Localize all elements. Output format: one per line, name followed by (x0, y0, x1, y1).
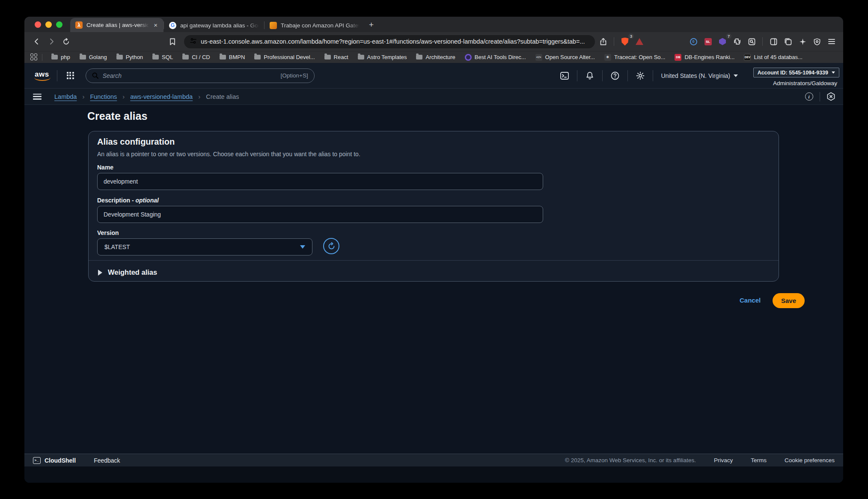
terms-link[interactable]: Terms (751, 457, 767, 463)
bookmark-item[interactable]: BMPN (216, 52, 249, 62)
breadcrumb-function-name[interactable]: aws-versioned-lambda (130, 93, 193, 100)
bookmark-item[interactable]: Architecture (412, 52, 459, 62)
url-bar[interactable]: us-east-1.console.aws.amazon.com/lambda/… (184, 35, 595, 48)
privacy-shield-icon[interactable] (811, 35, 823, 48)
version-label: Version (97, 229, 119, 236)
description-label: Description - optional (97, 197, 159, 204)
description-field[interactable] (97, 206, 543, 223)
new-tab-button[interactable]: + (369, 20, 374, 30)
notifications-bell-icon[interactable] (583, 68, 597, 83)
extension-sl-icon[interactable]: SL (702, 35, 714, 48)
feedback-link[interactable]: Feedback (94, 457, 120, 464)
forward-button[interactable] (45, 35, 58, 48)
tab-title: Create alias | aws-versioned-la (86, 22, 149, 28)
version-value: $LATEST (104, 244, 130, 250)
aws-search-bar[interactable]: [Option+S] (86, 68, 315, 83)
bookmark-icon[interactable] (166, 35, 179, 48)
tab-api-gateway-docs[interactable]: Trabaje con Amazon API Gateway (265, 18, 365, 32)
info-icon[interactable]: i (803, 91, 814, 102)
ai-sparkle-icon[interactable] (796, 35, 809, 48)
breadcrumb-chevron: › (198, 93, 200, 100)
chevron-down-icon (832, 71, 835, 74)
tab-google-search[interactable]: G api gateway lambda alias - Google (164, 18, 264, 32)
breadcrumb-bar: Lambda › Functions › aws-versioned-lambd… (24, 89, 843, 105)
tools-hexagon-icon[interactable] (825, 91, 836, 102)
aws-footer: >_ CloudShell Feedback © 2025, Amazon We… (24, 454, 843, 466)
region-selector[interactable]: United States (N. Virginia) (661, 72, 738, 79)
tab-create-alias[interactable]: λ Create alias | aws-versioned-la × (70, 18, 163, 32)
extensions-puzzle-icon[interactable] (731, 35, 743, 48)
header-separator (57, 70, 57, 81)
sidebar-icon[interactable] (767, 35, 780, 48)
cancel-button[interactable]: Cancel (740, 297, 761, 304)
close-tab-icon[interactable]: × (153, 21, 158, 29)
breadcrumb-lambda[interactable]: Lambda (54, 93, 77, 100)
bookmark-item[interactable]: Python (113, 52, 147, 62)
region-label: United States (N. Virginia) (661, 72, 730, 79)
bookmark-label: CI / CD (192, 54, 210, 60)
minimize-window-button[interactable] (45, 21, 52, 28)
window-controls (24, 17, 70, 32)
chevron-down-icon (300, 245, 305, 249)
desktop-background: λ Create alias | aws-versioned-la × G ap… (0, 0, 868, 499)
brave-shield-icon[interactable]: 3 (618, 35, 631, 48)
bookmark-item[interactable]: Best AI Tools Direc... (461, 52, 530, 62)
cloudshell-icon[interactable] (557, 68, 572, 83)
privacy-link[interactable]: Privacy (714, 457, 733, 463)
services-grid-icon[interactable] (67, 72, 74, 80)
folder-icon (182, 55, 189, 59)
bookmark-item[interactable]: React (321, 52, 352, 62)
main-content: Create alias Alias configuration An alia… (24, 105, 843, 454)
site-settings-icon[interactable] (190, 38, 196, 46)
maximize-window-button[interactable] (56, 21, 62, 28)
bookmark-item[interactable]: Golang (76, 52, 111, 62)
save-button[interactable]: Save (773, 293, 805, 308)
url-text[interactable]: us-east-1.console.aws.amazon.com/lambda/… (201, 38, 585, 45)
bookmark-item[interactable]: </>Open Source Alter... (532, 52, 599, 62)
settings-gear-icon[interactable] (633, 68, 648, 83)
warning-triangle-icon[interactable] (633, 35, 646, 48)
search-icon (92, 72, 98, 79)
cloudshell-label: CloudShell (45, 457, 76, 464)
cookie-preferences-link[interactable]: Cookie preferences (785, 457, 835, 463)
bookmark-item[interactable]: php (48, 52, 74, 62)
version-select[interactable]: $LATEST (97, 238, 312, 255)
help-icon[interactable] (608, 68, 622, 83)
cloudshell-footer-button[interactable]: >_ CloudShell (33, 457, 76, 464)
search-input[interactable] (103, 72, 276, 79)
bookmarks-bar: php Golang Python SQL CI / CD BMPN Profe… (24, 51, 843, 63)
google-favicon: G (169, 22, 176, 29)
close-window-button[interactable] (35, 21, 41, 28)
bookmark-item[interactable]: SQL (149, 52, 177, 62)
menu-icon[interactable] (825, 35, 838, 48)
card-title: Alias configuration (97, 137, 175, 147)
breadcrumb-functions[interactable]: Functions (90, 93, 117, 100)
reload-button[interactable] (59, 35, 72, 48)
share-icon[interactable] (597, 35, 609, 48)
extension-purple-icon[interactable]: 7 (716, 35, 729, 48)
folder-icon (220, 55, 226, 59)
bookmark-item[interactable]: ✳Tracecat: Open So... (600, 52, 669, 62)
bookmark-item[interactable]: Astro Templates (354, 52, 411, 62)
bookmark-item[interactable]: Professional Devel... (250, 52, 318, 62)
account-id-menu[interactable]: Account ID: 5545-1094-9339 (753, 68, 839, 77)
weighted-alias-expander[interactable]: Weighted alias (98, 268, 157, 276)
extension-onepassword-icon[interactable]: 0 (687, 35, 700, 48)
api-gateway-favicon (270, 22, 277, 29)
back-button[interactable] (30, 35, 43, 48)
nav-menu-icon[interactable] (33, 94, 42, 100)
folder-icon (152, 55, 159, 59)
toolbar-separator (614, 37, 614, 46)
bookmark-item[interactable]: DEVList of 45 databas... (740, 52, 806, 62)
aws-logo[interactable]: aws (32, 70, 52, 81)
bookmark-item[interactable]: CI / CD (178, 52, 214, 62)
tab-group-icon[interactable] (782, 35, 794, 48)
search-tabs-icon[interactable] (745, 35, 758, 48)
bookmark-item[interactable]: DBDB-Engines Ranki... (671, 52, 738, 62)
folder-icon (324, 55, 331, 59)
bookmarks-separator (42, 54, 42, 61)
account-user-label: Administrators/Galdoway (773, 80, 837, 86)
apps-grid-icon[interactable] (30, 53, 38, 61)
name-field[interactable] (97, 173, 543, 190)
refresh-versions-button[interactable] (323, 238, 339, 254)
